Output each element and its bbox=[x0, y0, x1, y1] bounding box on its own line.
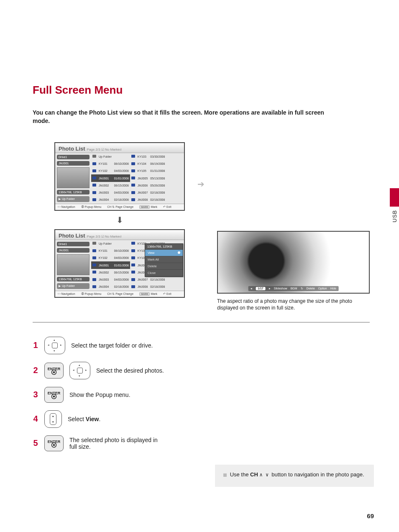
photo-list-before: Photo List Page 2/3 ☑ No Marked Drive1 J… bbox=[54, 142, 185, 211]
step-3: 3 ENTER⦿ Show the Popup menu. bbox=[33, 387, 370, 403]
file-column-1b: Up FolderKY10106/10/2008KY10204/03/2008J… bbox=[91, 240, 130, 291]
file-row[interactable]: Up Folder bbox=[91, 240, 130, 247]
selected-name-pill: JMJ001 bbox=[57, 161, 90, 166]
file-row[interactable]: JMJ00304/03/2008 bbox=[91, 189, 130, 196]
popup-view[interactable]: View bbox=[145, 250, 183, 256]
preview-toolbar: ◂1/17▸ Slideshow BGM ↻ Delete Option Hid… bbox=[248, 286, 339, 291]
side-tab-marker bbox=[390, 188, 399, 207]
enter-button[interactable]: ENTER⦿ bbox=[44, 363, 64, 379]
step-2: 2 ENTER⦿ ▴▾◂▸ Select the desired photos. bbox=[33, 362, 370, 379]
pl-title: Photo List bbox=[59, 146, 85, 152]
file-row[interactable]: JMJ00802/18/2008 bbox=[130, 196, 166, 203]
enter-button[interactable]: ENTER⦿ bbox=[44, 435, 64, 451]
file-row[interactable]: JMJ00101/01/2008 bbox=[91, 174, 130, 182]
fullscreen-photo: ◂1/17▸ Slideshow BGM ↻ Delete Option Hid… bbox=[217, 231, 370, 294]
up-folder-button[interactable]: ▶ Up Folder bbox=[57, 196, 90, 202]
file-row[interactable]: JMJ00101/01/2008 bbox=[91, 261, 130, 269]
file-column-1: Up FolderKY10106/10/2008KY10204/03/2008J… bbox=[91, 153, 130, 204]
enter-button[interactable]: ENTER⦿ bbox=[44, 387, 64, 403]
file-row[interactable]: KY10204/03/2008 bbox=[91, 167, 130, 174]
file-row[interactable]: Up Folder bbox=[91, 153, 130, 160]
dpad-button[interactable]: ▴▾◂▸ bbox=[69, 362, 90, 379]
file-row[interactable]: KY10406/19/2008 bbox=[130, 160, 166, 167]
file-row[interactable]: JMJ00206/15/2008 bbox=[91, 269, 130, 276]
file-row[interactable]: KY10106/10/2008 bbox=[91, 160, 130, 167]
file-row[interactable]: JMJ00505/13/2008 bbox=[130, 174, 166, 182]
down-caret-icon: ∨ bbox=[266, 472, 271, 478]
intro-text: You can change the Photo List view so th… bbox=[33, 108, 325, 125]
thumbnail bbox=[57, 167, 90, 188]
file-row[interactable]: JMJ00605/26/2008 bbox=[130, 182, 166, 189]
side-tab: USB bbox=[390, 188, 399, 223]
up-caret-icon: ∧ bbox=[259, 472, 265, 478]
step-5: 5 ENTER⦿ The selected photo is displayed… bbox=[33, 435, 370, 451]
file-row[interactable]: JMJ00206/15/2008 bbox=[91, 182, 130, 189]
file-row[interactable]: JMJ00702/18/2008 bbox=[130, 276, 166, 283]
fullscreen-preview-block: ◂1/17▸ Slideshow BGM ↻ Delete Option Hid… bbox=[217, 231, 370, 311]
bullet-icon bbox=[223, 473, 227, 477]
file-row[interactable]: KY10204/03/2008 bbox=[91, 254, 130, 261]
page-number: 69 bbox=[367, 512, 374, 519]
file-row[interactable]: KY10501/31/2008 bbox=[130, 167, 166, 174]
hint-bar: ‹ › Navigation ⦿ Popup Menu CH ⇅ Page Ch… bbox=[55, 204, 184, 210]
file-row[interactable]: KY10303/30/2008 bbox=[130, 153, 166, 160]
popup-close[interactable]: Close bbox=[145, 270, 183, 276]
step-4: 4 ▴▾ Select View. bbox=[33, 410, 370, 428]
file-column-2: KY10303/30/2008KY10406/19/2008KY10501/31… bbox=[130, 153, 166, 204]
page-heading: Full Screen Menu bbox=[33, 84, 370, 97]
section-divider bbox=[33, 322, 370, 322]
drive-pill[interactable]: Drive1 bbox=[57, 155, 90, 159]
file-row[interactable]: JMJ00402/18/2008 bbox=[91, 283, 130, 290]
file-row[interactable]: JMJ00402/18/2008 bbox=[91, 196, 130, 203]
side-tab-label: USB bbox=[391, 210, 398, 223]
preview-caption: The aspect ratio of a photo may change t… bbox=[217, 298, 370, 311]
tip-box: Use the CH ∧ ∨ button to navigation in t… bbox=[215, 465, 374, 487]
popup-mark-all[interactable]: Mark All bbox=[145, 256, 183, 263]
file-row[interactable]: JMJ00702/18/2008 bbox=[130, 189, 166, 196]
popup-menu: 1366x768, 125KB View Mark All Delete Clo… bbox=[145, 243, 183, 277]
updown-button[interactable]: ▴▾ bbox=[44, 410, 62, 428]
file-row[interactable]: KY10106/10/2008 bbox=[91, 247, 130, 254]
selected-info-pill: 1366x768, 125KB bbox=[57, 190, 90, 194]
step-1: 1 ▴▾◂▸ Select the target folder or drive… bbox=[33, 337, 370, 354]
popup-header: 1366x768, 125KB bbox=[145, 244, 183, 250]
photo-list-popup: Photo List Page 2/3 ☑ No Marked Drive1 J… bbox=[54, 229, 185, 298]
down-arrow-icon: ⬇ bbox=[116, 215, 123, 225]
file-row[interactable]: JMJ00802/18/2008 bbox=[130, 283, 166, 290]
instruction-steps: 1 ▴▾◂▸ Select the target folder or drive… bbox=[33, 337, 370, 451]
file-row[interactable]: JMJ00304/03/2008 bbox=[91, 276, 130, 283]
popup-delete[interactable]: Delete bbox=[145, 263, 183, 270]
right-arrow-icon: ➔ bbox=[197, 179, 205, 189]
screenshots-area: Photo List Page 2/3 ☑ No Marked Drive1 J… bbox=[54, 142, 370, 311]
dpad-button[interactable]: ▴▾◂▸ bbox=[44, 337, 65, 354]
